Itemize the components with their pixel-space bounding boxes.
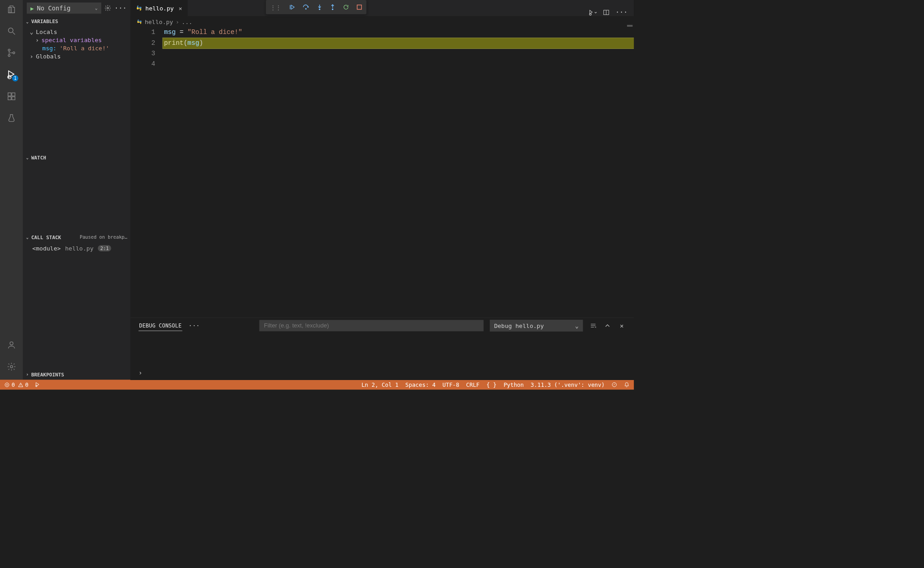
- breadcrumb-file: hello.py: [145, 18, 173, 25]
- bottom-panel: DEBUG CONSOLE ··· Debug hello.py ⌄ ✕ ›: [130, 318, 634, 380]
- chevron-right-icon: ›: [26, 372, 29, 377]
- session-label: Debug hello.py: [494, 322, 544, 329]
- status-encoding[interactable]: UTF-8: [442, 381, 459, 388]
- code-editor[interactable]: 1234 msg = "Roll a dice!"print(msg): [130, 27, 634, 318]
- svg-rect-17: [357, 5, 362, 10]
- svg-point-1: [8, 49, 10, 51]
- status-language[interactable]: { } Python: [486, 381, 524, 388]
- clear-console-icon[interactable]: [589, 322, 597, 330]
- frame-file: hello.py: [65, 245, 94, 252]
- debug-console-tab[interactable]: DEBUG CONSOLE: [139, 321, 182, 331]
- panel-overflow-icon[interactable]: ···: [188, 322, 200, 329]
- breadcrumb-rest: ...: [182, 18, 192, 25]
- svg-rect-7: [12, 97, 15, 100]
- frame-name: <module>: [32, 245, 61, 252]
- chevron-down-icon: ⌄: [30, 29, 34, 35]
- testing-icon[interactable]: [6, 112, 17, 124]
- stop-button[interactable]: [357, 5, 362, 10]
- gutter-line[interactable]: 2: [139, 38, 155, 48]
- chevron-down-icon: ⌄: [95, 5, 98, 10]
- debug-config-label: No Config: [37, 5, 92, 12]
- extensions-icon[interactable]: [6, 91, 17, 102]
- callstack-frame[interactable]: <module> hello.py 2:1: [23, 244, 130, 253]
- search-icon[interactable]: [6, 25, 17, 37]
- debug-config-selector[interactable]: ▶ No Config ⌄: [27, 2, 101, 14]
- start-debug-icon: ▶: [30, 5, 34, 11]
- explorer-icon[interactable]: [6, 4, 17, 15]
- variables-scope-locals[interactable]: ⌄ Locals: [23, 28, 130, 36]
- callstack-header[interactable]: ⌄ CALL STACK Paused on breakp…: [23, 232, 130, 242]
- code-line[interactable]: print(msg): [163, 38, 634, 48]
- tab-hello-py[interactable]: hello.py ✕: [130, 0, 188, 16]
- toolbar-grip-icon[interactable]: ⋮⋮: [270, 4, 282, 10]
- chevron-down-icon: ⌄: [26, 19, 29, 24]
- status-bar: 0 0 Ln 2, Col 1 Spaces: 4 UTF-8 CRLF { }…: [0, 380, 634, 390]
- watch-header[interactable]: ⌄ WATCH: [23, 152, 130, 163]
- status-interpreter[interactable]: 3.11.3 ('.venv': venv): [531, 381, 605, 388]
- split-editor-icon[interactable]: [603, 9, 610, 16]
- code-line[interactable]: msg = "Roll a dice!": [163, 27, 634, 38]
- step-over-button[interactable]: [302, 4, 309, 10]
- variable-row[interactable]: msg: 'Roll a dice!': [23, 44, 130, 52]
- status-feedback-icon[interactable]: [612, 382, 617, 387]
- console-filter-input[interactable]: [259, 320, 484, 332]
- debug-settings-gear-icon[interactable]: [105, 5, 111, 11]
- settings-gear-icon[interactable]: [6, 361, 17, 372]
- step-out-button[interactable]: [330, 4, 335, 10]
- collapse-panel-icon[interactable]: [603, 322, 612, 330]
- gutter-line[interactable]: 4: [139, 59, 155, 69]
- status-notifications-icon[interactable]: [624, 382, 629, 387]
- continue-button[interactable]: [289, 4, 295, 10]
- breakpoints-section: › BREAKPOINTS: [23, 369, 130, 380]
- variables-scope-globals[interactable]: › Globals: [23, 52, 130, 60]
- status-cursor-position[interactable]: Ln 2, Col 1: [361, 381, 398, 388]
- run-dropdown-icon[interactable]: [589, 9, 597, 16]
- restart-button[interactable]: [343, 4, 349, 10]
- chevron-right-icon: ›: [30, 53, 34, 60]
- minimap[interactable]: [627, 25, 632, 27]
- svg-point-2: [8, 54, 10, 56]
- accounts-icon[interactable]: [6, 339, 17, 351]
- repl-prompt-icon[interactable]: ›: [139, 369, 142, 376]
- breadcrumbs[interactable]: hello.py › ...: [130, 16, 634, 28]
- code-line[interactable]: [163, 59, 634, 69]
- chevron-down-icon: ⌄: [575, 322, 579, 329]
- variables-special[interactable]: › special variables: [23, 36, 130, 44]
- variable-name: msg:: [42, 45, 56, 52]
- svg-point-9: [10, 342, 13, 345]
- python-file-icon: [137, 19, 142, 24]
- svg-rect-5: [8, 93, 11, 96]
- chevron-right-icon: ›: [35, 37, 39, 43]
- frame-position: 2:1: [98, 245, 111, 251]
- svg-point-0: [9, 28, 13, 33]
- editor-overflow-icon[interactable]: ···: [615, 9, 627, 16]
- chevron-down-icon: ⌄: [26, 155, 29, 160]
- svg-point-11: [107, 7, 109, 9]
- code-line[interactable]: [163, 48, 634, 59]
- breadcrumb-separator: ›: [176, 18, 179, 25]
- status-errors[interactable]: 0: [5, 381, 15, 388]
- tab-close-icon[interactable]: ✕: [179, 5, 182, 11]
- debug-session-selector[interactable]: Debug hello.py ⌄: [490, 320, 583, 332]
- status-eol[interactable]: CRLF: [466, 381, 480, 388]
- activity-bar: 1: [0, 0, 23, 380]
- run-debug-icon[interactable]: 1: [6, 69, 17, 80]
- debug-toolbar[interactable]: ⋮⋮: [266, 0, 366, 14]
- gutter-line[interactable]: 3: [139, 48, 155, 59]
- status-warnings[interactable]: 0: [18, 381, 29, 388]
- sidebar-overflow-icon[interactable]: ···: [115, 4, 127, 12]
- status-indentation[interactable]: Spaces: 4: [405, 381, 436, 388]
- step-into-button[interactable]: [317, 4, 322, 10]
- callstack-status: Paused on breakp…: [80, 234, 127, 240]
- tab-title: hello.py: [145, 5, 174, 11]
- variables-header[interactable]: ⌄ VARIABLES: [23, 16, 130, 27]
- close-panel-icon[interactable]: ✕: [618, 322, 626, 330]
- python-file-icon: [136, 5, 142, 11]
- source-control-icon[interactable]: [6, 47, 17, 58]
- breakpoints-header[interactable]: › BREAKPOINTS: [23, 369, 130, 380]
- variables-section: ⌄ VARIABLES ⌄ Locals › special variables…: [23, 16, 130, 152]
- debug-sidebar-header: ▶ No Config ⌄ ···: [23, 0, 130, 16]
- svg-point-14: [306, 9, 306, 10]
- gutter-line[interactable]: 1: [139, 27, 155, 38]
- status-debug-indicator[interactable]: [35, 382, 40, 387]
